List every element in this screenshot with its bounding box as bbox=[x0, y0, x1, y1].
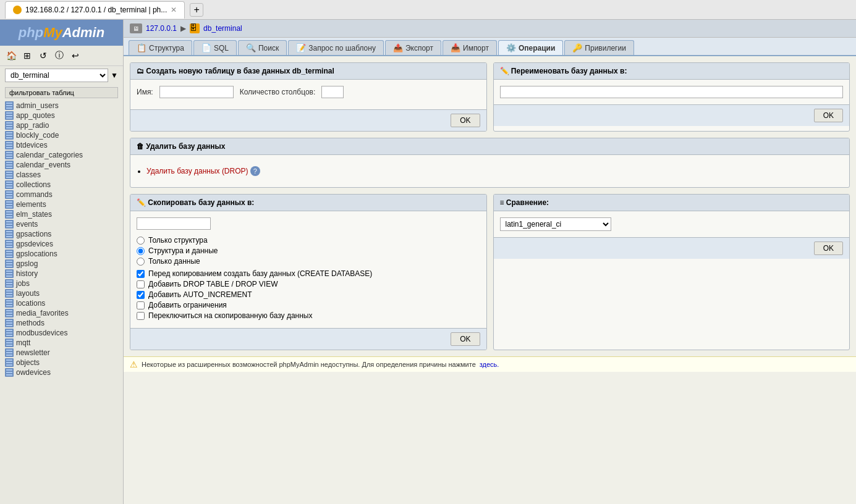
table-name: jobs bbox=[16, 279, 30, 288]
sql-tab-icon: 📄 bbox=[201, 43, 211, 52]
copy-db-footer: OK bbox=[130, 328, 486, 350]
list-item[interactable]: layouts bbox=[0, 288, 123, 298]
tab-privileges[interactable]: 🔑 Привилегии bbox=[564, 40, 634, 55]
tab-export[interactable]: 📤 Экспорт bbox=[385, 40, 441, 55]
query-tab-icon: 📝 bbox=[296, 43, 306, 52]
logo-my: My bbox=[43, 25, 62, 40]
refresh-icon[interactable]: ↺ bbox=[37, 49, 49, 62]
rename-db-ok-button[interactable]: OK bbox=[814, 109, 843, 122]
tab-query[interactable]: 📝 Запрос по шаблону bbox=[288, 40, 384, 55]
copy-db-name-input[interactable] bbox=[137, 217, 211, 230]
create-table-ok-button[interactable]: OK bbox=[451, 114, 480, 127]
drop-db-link[interactable]: Удалить базу данных (DROP) bbox=[146, 167, 248, 175]
new-tab-button[interactable]: + bbox=[190, 3, 203, 17]
table-icon bbox=[5, 319, 14, 327]
compare-collation-select[interactable]: latin1_general_ci utf8_general_ci utf8mb… bbox=[500, 217, 611, 231]
tab-operations[interactable]: ⚙️ Операции bbox=[498, 40, 563, 55]
list-item[interactable]: collections bbox=[0, 180, 123, 190]
tab-structure[interactable]: 📋 Структура bbox=[129, 40, 192, 55]
compare-footer: OK bbox=[494, 237, 850, 259]
constraints-checkbox[interactable] bbox=[137, 301, 145, 309]
list-item[interactable]: commands bbox=[0, 190, 123, 200]
create-db-checkbox-row: Перед копированием создать базу данных (… bbox=[137, 269, 480, 278]
table-name: events bbox=[16, 220, 38, 229]
data-only-radio[interactable] bbox=[137, 258, 145, 266]
name-label: Имя: bbox=[137, 88, 153, 96]
table-name: gpslocations bbox=[16, 250, 57, 258]
table-name: gpslog bbox=[16, 259, 38, 268]
list-item[interactable]: objects bbox=[0, 358, 123, 368]
list-item[interactable]: app_quotes bbox=[0, 111, 123, 120]
struct-data-radio[interactable] bbox=[137, 247, 145, 255]
list-item[interactable]: media_favorites bbox=[0, 308, 123, 318]
server-icon: 🖥 bbox=[130, 23, 142, 33]
list-item[interactable]: classes bbox=[0, 170, 123, 180]
exit-icon[interactable]: ↩ bbox=[69, 49, 82, 62]
list-item[interactable]: newsletter bbox=[0, 348, 123, 358]
rename-db-footer: OK bbox=[494, 104, 850, 126]
create-db-checkbox[interactable] bbox=[137, 270, 145, 278]
list-item[interactable]: gpsdevices bbox=[0, 239, 123, 249]
compare-section: ≡ Сравнение: latin1_general_ci utf8_gene… bbox=[493, 194, 850, 350]
list-item[interactable]: blockly_code bbox=[0, 130, 123, 140]
compare-ok-button[interactable]: OK bbox=[814, 242, 843, 255]
list-item[interactable]: events bbox=[0, 219, 123, 229]
list-item[interactable]: calendar_events bbox=[0, 160, 123, 170]
list-item[interactable]: btdevices bbox=[0, 140, 123, 150]
copy-db-ok-button[interactable]: OK bbox=[451, 332, 480, 346]
table-name: blockly_code bbox=[16, 131, 59, 140]
home-icon[interactable]: 🏠 bbox=[5, 49, 17, 62]
list-item[interactable]: calendar_categories bbox=[0, 150, 123, 160]
sidebar: phpMyAdmin 🏠 ⊞ ↺ ⓘ ↩ db_terminal ▼ фильт… bbox=[0, 20, 124, 504]
grid-icon[interactable]: ⊞ bbox=[21, 49, 33, 62]
list-item[interactable]: locations bbox=[0, 298, 123, 308]
struct-only-radio-row: Только структура bbox=[137, 236, 480, 245]
list-item[interactable]: app_radio bbox=[0, 120, 123, 130]
list-item[interactable]: admin_users bbox=[0, 101, 123, 111]
table-name: calendar_categories bbox=[16, 151, 83, 159]
rename-db-title: ✏️ Переименовать базу данных в: bbox=[500, 67, 627, 75]
table-name: admin_users bbox=[16, 101, 59, 110]
list-item[interactable]: owdevices bbox=[0, 368, 123, 377]
list-item[interactable]: elm_states bbox=[0, 209, 123, 219]
list-item[interactable]: history bbox=[0, 269, 123, 279]
table-name: elements bbox=[16, 200, 46, 209]
tab-import[interactable]: 📥 Импорт bbox=[443, 40, 497, 55]
rename-db-section: ✏️ Переименовать базу данных в: OK bbox=[493, 62, 850, 132]
list-item[interactable]: modbusdevices bbox=[0, 328, 123, 338]
table-name: modbusdevices bbox=[16, 329, 67, 337]
db-select[interactable]: db_terminal bbox=[5, 69, 108, 82]
tab-query-label: Запрос по шаблону bbox=[308, 44, 376, 52]
browser-tab[interactable]: 192.168.0.2 / 127.0.0.1 / db_terminal | … bbox=[5, 1, 185, 19]
list-item[interactable]: mqtt bbox=[0, 338, 123, 348]
table-icon bbox=[5, 240, 14, 248]
warning-link[interactable]: здесь. bbox=[480, 361, 499, 368]
list-item[interactable]: elements bbox=[0, 200, 123, 209]
server-link[interactable]: 127.0.0.1 bbox=[146, 24, 177, 33]
table-name-input[interactable] bbox=[159, 86, 234, 98]
list-item[interactable]: gpslog bbox=[0, 259, 123, 269]
table-icon bbox=[5, 368, 14, 377]
filter-tables-button[interactable]: фильтровать таблиц bbox=[5, 87, 118, 98]
tab-search[interactable]: 🔍 Поиск bbox=[238, 40, 287, 55]
tab-sql-label: SQL bbox=[214, 44, 229, 52]
table-name: media_favorites bbox=[16, 309, 69, 317]
list-item[interactable]: gpslocations bbox=[0, 249, 123, 259]
list-item[interactable]: gpsactions bbox=[0, 229, 123, 239]
logo-php: php bbox=[19, 25, 43, 40]
list-item[interactable]: methods bbox=[0, 318, 123, 328]
rename-db-input[interactable] bbox=[500, 86, 844, 98]
help-icon[interactable]: ? bbox=[250, 166, 260, 176]
table-name: gpsdevices bbox=[16, 240, 53, 248]
info-icon[interactable]: ⓘ bbox=[53, 49, 66, 62]
columns-input[interactable] bbox=[321, 86, 344, 98]
list-item[interactable]: jobs bbox=[0, 279, 123, 288]
switch-db-checkbox[interactable] bbox=[137, 312, 145, 320]
db-link[interactable]: db_terminal bbox=[203, 24, 242, 33]
drop-table-checkbox[interactable] bbox=[137, 280, 145, 288]
warning-text: Некоторые из расширенных возможностей ph… bbox=[142, 361, 476, 368]
tab-sql[interactable]: 📄 SQL bbox=[193, 40, 237, 55]
tab-close-button[interactable]: ✕ bbox=[171, 6, 177, 14]
auto-increment-checkbox[interactable] bbox=[137, 291, 145, 299]
struct-only-radio[interactable] bbox=[137, 237, 145, 245]
